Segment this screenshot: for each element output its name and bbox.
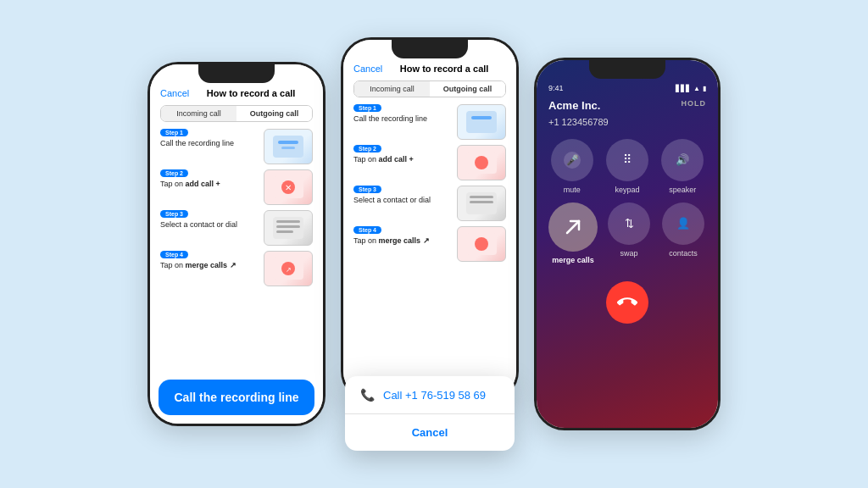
step4-image: ↗	[264, 251, 313, 286]
phone2-step2-badge: Step 2	[353, 145, 381, 152]
phone2-step2-row: Step 2 Tap on add call +	[353, 145, 506, 180]
mute-button[interactable]: 🎤 mute	[548, 139, 595, 194]
svg-point-16	[475, 156, 488, 169]
svg-rect-1	[278, 141, 298, 144]
swap-label: swap	[620, 249, 637, 258]
step3-badge: Step 3	[160, 210, 188, 218]
keypad-label: keypad	[615, 186, 639, 194]
phone2-step3-left: Step 3 Select a contact or dial	[353, 186, 450, 206]
step1-image	[264, 129, 313, 164]
call-option[interactable]: 📞 Call +1 76-519 58 69	[345, 376, 515, 414]
tab-incoming[interactable]: Incoming call	[161, 106, 236, 121]
svg-rect-2	[281, 147, 295, 149]
mute-label: mute	[564, 186, 581, 194]
phone3-notch	[589, 60, 665, 79]
phone2-step3-text: Select a contact or dial	[353, 196, 450, 206]
phone2-step4-row: Step 4 Tap on merge calls ↗	[353, 226, 506, 262]
svg-rect-18	[470, 196, 493, 198]
step2-row: Step 2 Tap on add call + ✕	[160, 169, 313, 205]
keypad-icon-circle: ⠿	[606, 139, 648, 181]
phone1-cta-area: Call the recording line	[159, 380, 314, 415]
phone2-step1-text: Call the recording line	[353, 114, 450, 125]
phone2-screen: Cancel How to record a call Incoming cal…	[343, 40, 516, 399]
call-option-label: Call +1 76-519 58 69	[383, 389, 486, 402]
svg-text:⠿: ⠿	[623, 152, 632, 166]
phone-icon: 📞	[360, 388, 375, 402]
speaker-label: speaker	[669, 186, 696, 194]
phone2-tabs: Incoming call Outgoing call	[353, 80, 506, 97]
svg-rect-8	[276, 225, 300, 228]
svg-rect-14	[471, 116, 492, 119]
mute-icon-circle: 🎤	[551, 139, 593, 181]
phone2-step3-badge: Step 3	[353, 186, 381, 193]
step4-left: Step 4 Tap on merge calls ↗	[160, 251, 257, 271]
merge-calls-icon	[548, 202, 598, 252]
speaker-icon-circle: 🔊	[661, 139, 704, 181]
svg-rect-9	[276, 230, 293, 233]
signal-icon: ▋▋▋	[676, 85, 691, 92]
step1-left: Step 1 Call the recording line	[160, 129, 257, 149]
phone1: Cancel How to record a call Incoming cal…	[147, 62, 326, 426]
step3-image	[264, 210, 313, 246]
phone2-cancel[interactable]: Cancel	[353, 64, 382, 74]
merge-calls-label: merge calls	[552, 256, 594, 264]
svg-text:🎤: 🎤	[565, 153, 578, 166]
status-bar: 9:41 ▋▋▋ ▲ ▮	[548, 84, 706, 92]
caller-number: +1 123456789	[548, 117, 706, 127]
contacts-icon-circle: 👤	[662, 202, 704, 245]
step1-row: Step 1 Call the recording line	[160, 129, 313, 164]
phone1-header: Cancel How to record a call	[160, 88, 313, 98]
phone2-step1-image	[457, 104, 506, 140]
swap-button[interactable]: ⇅ swap	[606, 202, 652, 258]
step2-left: Step 2 Tap on add call +	[160, 169, 257, 190]
phone2: Cancel How to record a call Incoming cal…	[341, 37, 519, 402]
call-recording-line-button[interactable]: Call the recording line	[159, 380, 314, 415]
step4-row: Step 4 Tap on merge calls ↗ ↗	[160, 251, 313, 286]
phone2-title: How to record a call	[382, 64, 506, 74]
contacts-label: contacts	[669, 249, 698, 258]
phone2-tab-outgoing[interactable]: Outgoing call	[430, 81, 505, 97]
swap-icon-circle: ⇅	[608, 202, 650, 245]
phone1-cancel[interactable]: Cancel	[160, 88, 189, 98]
phone2-step3-row: Step 3 Select a contact or dial	[353, 186, 506, 221]
step3-row: Step 3 Select a contact or dial	[160, 210, 313, 246]
call-buttons-row2: merge calls ⇅ swap 👤 contacts	[548, 202, 706, 264]
phone2-step2-left: Step 2 Tap on add call +	[353, 145, 450, 165]
merge-calls-button[interactable]: merge calls	[548, 202, 598, 264]
speaker-button[interactable]: 🔊 speaker	[659, 139, 706, 194]
svg-text:↗: ↗	[286, 266, 292, 274]
svg-text:👤: 👤	[676, 216, 691, 230]
phone2-tab-incoming[interactable]: Incoming call	[354, 81, 430, 97]
wifi-icon: ▲	[693, 85, 700, 92]
step2-image: ✕	[264, 169, 313, 205]
phone2-step4-text: Tap on merge calls ↗	[353, 236, 450, 247]
svg-rect-7	[276, 220, 300, 223]
phone2-step2-image	[457, 145, 506, 180]
step1-text: Call the recording line	[160, 139, 257, 149]
keypad-button[interactable]: ⠿ keypad	[604, 139, 650, 194]
battery-icon: ▮	[703, 85, 706, 92]
end-call-button[interactable]	[606, 281, 648, 324]
tab-outgoing[interactable]: Outgoing call	[236, 106, 312, 121]
hold-label: HOLD	[682, 99, 707, 108]
dialog-cancel[interactable]: Cancel	[345, 414, 515, 451]
svg-rect-13	[466, 111, 497, 133]
phone2-step2-text: Tap on add call +	[353, 155, 450, 165]
step4-badge: Step 4	[160, 251, 188, 258]
phone2-step1-left: Step 1 Call the recording line	[353, 104, 450, 125]
phone1-notch	[198, 64, 275, 83]
svg-point-21	[475, 237, 488, 251]
call-dialog: 📞 Call +1 76-519 58 69 Cancel	[345, 376, 515, 451]
phone2-step1-badge: Step 1	[353, 104, 381, 112]
phone2-step4-left: Step 4 Tap on merge calls ↗	[353, 226, 450, 247]
step1-badge: Step 1	[160, 129, 188, 136]
phone2-notch	[392, 40, 468, 58]
contacts-button[interactable]: 👤 contacts	[660, 202, 706, 258]
status-icons: ▋▋▋ ▲ ▮	[676, 85, 706, 92]
phone2-step1-row: Step 1 Call the recording line	[353, 104, 506, 140]
caller-info: Acme Inc. HOLD	[548, 99, 706, 112]
svg-line-26	[567, 221, 579, 233]
phone2-wrapper: Cancel How to record a call Incoming cal…	[341, 37, 519, 451]
step3-left: Step 3 Select a contact or dial	[160, 210, 257, 230]
step3-text: Select a contact or dial	[160, 220, 257, 230]
